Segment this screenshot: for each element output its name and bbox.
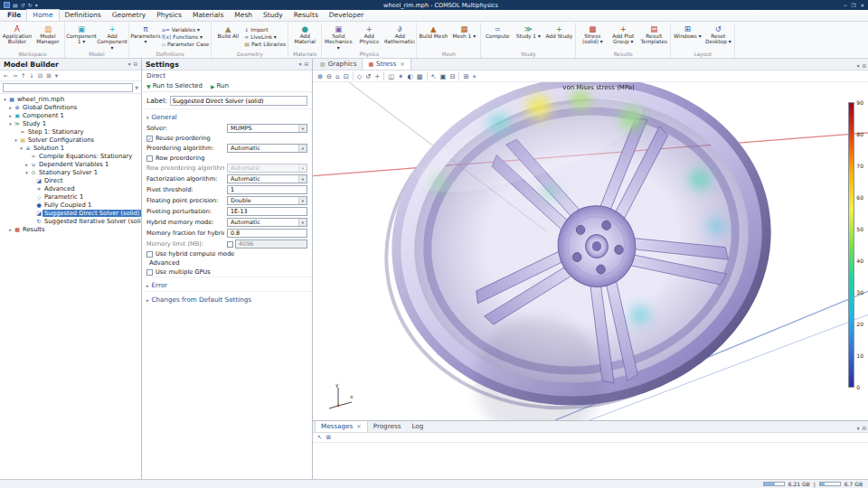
pan-view-icon[interactable]: + [374,71,380,81]
tree-node-step-1-stationary[interactable]: =Step 1: Stationary [0,127,141,136]
zoom-in-icon[interactable]: ⊕ [317,71,323,81]
select-all-icon[interactable]: ↖ [317,433,322,443]
menu-tab-home[interactable]: Home [26,9,59,21]
tree-collapsed-arrow-icon[interactable]: ▸ [7,113,14,118]
row-preordering-checkbox[interactable] [146,155,153,162]
run-to-selected-button[interactable]: ▼Run to Selected [146,82,203,89]
section-header-general[interactable]: ▾General [142,108,312,123]
menu-tab-mesh[interactable]: Mesh [229,10,258,21]
ribbon-add-study-button[interactable]: +Add Study [543,23,574,51]
tree-node-compile-equations-stationary[interactable]: ≈Compile Equations: Stationary [0,152,141,160]
move-down-icon[interactable]: ↓ [29,71,33,80]
solver-select[interactable]: MUMPS▾ [227,124,307,133]
rotate-view-icon[interactable]: ↺ [365,71,371,81]
ribbon-parameters-button[interactable]: πParameters ▾ [130,23,161,51]
tree-node-parametric-1[interactable]: ◇Parametric 1 [0,192,141,201]
image-snapshot-icon[interactable]: ▣ [440,71,447,81]
tree-node-results[interactable]: ▸▩Results [0,225,141,233]
tree-expanded-arrow-icon[interactable]: ▾ [7,121,14,127]
tree-expanded-arrow-icon[interactable]: ▾ [18,145,24,151]
panel-collapse-icon[interactable]: ⊟ [862,62,866,70]
ribbon-stress-solid-button[interactable]: ▩Stress (solid) ▾ [577,23,608,51]
tree-collapsed-arrow-icon[interactable]: ▸ [7,105,14,110]
tree-node-direct[interactable]: ◪Direct [0,176,141,184]
minimize-button[interactable]: ─ [844,2,846,9]
ribbon-result-templates-button[interactable]: ▤Result Templates [638,23,669,51]
ribbon-compute-button[interactable]: =Compute [482,23,513,51]
pivot-threshold-input[interactable] [227,185,307,194]
tree-node-global-definitions[interactable]: ▸⊕Global Definitions [0,103,141,111]
tree-node-stationary-solver-1[interactable]: ▾⊙Stationary Solver 1 [0,168,141,176]
panel-collapse-icon[interactable]: ⊟ [133,61,137,68]
ribbon-add-plot-group-button[interactable]: +Add Plot Group ▾ [608,23,638,51]
select-entities-icon[interactable]: ↖ [431,71,437,81]
filter-funnel-icon[interactable]: ▼ [135,85,138,90]
ribbon-build-mesh-button[interactable]: ▲Build Mesh [418,23,448,51]
tree-node-solver-configurations[interactable]: ▾▤Solver Configurations [0,136,141,144]
menu-tab-study[interactable]: Study [258,10,288,21]
ribbon-add-material-button[interactable]: ●Add Material [289,23,320,51]
collapse-all-icon[interactable]: ⊟ [38,71,42,80]
tab-progress[interactable]: Progress [368,421,407,432]
tree-node-advanced[interactable]: ∗Advanced [0,184,141,192]
close-button[interactable]: ✕ [860,2,864,9]
tree-node-dependent-variables-1[interactable]: ▸uDependent Variables 1 [0,160,141,168]
ribbon-functions-button[interactable]: f(x)Functions ▾ [162,33,209,40]
undo-icon[interactable]: ↺ [21,2,25,8]
show-axes-icon[interactable]: ⌖ [472,71,476,81]
ribbon-part-libraries-button[interactable]: ▤Part Libraries [244,41,286,47]
show-grid-icon[interactable]: ⊞ [463,71,468,81]
factorization-algorithm-select[interactable]: Automatic▾ [227,174,307,183]
panel-collapse-icon[interactable]: ⊟ [862,425,866,432]
tree-collapsed-arrow-icon[interactable]: ▸ [24,162,30,167]
menu-tab-definitions[interactable]: Definitions [60,10,107,21]
ribbon-parameter-case-button[interactable]: ▫Parameter Case [162,41,209,47]
expand-all-icon[interactable]: ⊞ [46,71,51,80]
menu-tab-file[interactable]: File [2,10,26,21]
ribbon-variables-button[interactable]: a=Variables ▾ [162,26,209,33]
tree-expanded-arrow-icon[interactable]: ▾ [13,137,19,143]
tree-node-suggested-direct-solver-solid[interactable]: ◪Suggested Direct Solver (solid) [0,209,141,217]
tree-expanded-arrow-icon[interactable]: ▾ [24,170,30,175]
panel-collapse-icon[interactable]: ⊟ [304,61,308,68]
ribbon-add-mathematics-button[interactable]: ∂Add Mathematics [384,23,415,51]
ribbon-add-component-button[interactable]: +Add Component ▾ [97,23,127,51]
transparency-icon[interactable]: ◐ [408,71,413,81]
tree-node-component-1[interactable]: ▸▣Component 1 [0,111,141,119]
menu-tab-materials[interactable]: Materials [187,10,229,21]
tree-node-suggested-iterative-solver-solid[interactable]: ↻Suggested Iterative Solver (solid) [0,217,141,225]
tree-node-wheel-rim-mph[interactable]: ▾▦wheel_rim.mph [0,95,141,103]
panel-menu-icon[interactable]: ▾ [857,425,860,432]
tab-messages[interactable]: Messages× [315,421,368,432]
tab-stress[interactable]: ▩Stress× [362,59,410,70]
ribbon-application-builder-button[interactable]: AApplication Builder [2,23,33,51]
zoom-box-icon[interactable]: ⊡ [344,71,349,81]
ribbon-livelink-button[interactable]: ∞LiveLink ▾ [244,33,286,40]
tree-expanded-arrow-icon[interactable]: ▾ [2,97,8,102]
copy-text-icon[interactable]: ⊞ [326,433,330,443]
tree-filter-input[interactable] [3,83,133,92]
ribbon-model-manager-button[interactable]: ▥Model Manager [33,23,63,51]
hybrid-memory-mode-select[interactable]: Automatic▾ [227,218,307,227]
go-forward-icon[interactable]: → [12,71,16,80]
tree-node-fully-coupled-1[interactable]: ●Fully Coupled 1 [0,201,141,209]
section-header-changes-from-default-settings[interactable]: ▸Changes from Default Settings [142,291,312,305]
ribbon-study-1-button[interactable]: ≫Study 1 ▾ [513,23,543,51]
menu-tab-geometry[interactable]: Geometry [107,10,151,21]
move-up-icon[interactable]: ↑ [21,71,25,80]
close-tab-icon[interactable]: × [400,61,404,68]
ribbon-mesh-1-button[interactable]: ▦Mesh 1 ▾ [448,23,479,51]
tree-node-study-1[interactable]: ▾≫Study 1 [0,119,141,127]
label-field-input[interactable] [170,96,307,106]
wireframe-rendering-icon[interactable]: ▦ [417,71,423,81]
tab-graphics[interactable]: ▧Graphics [315,59,362,70]
redo-icon[interactable]: ↻ [28,2,33,8]
ribbon-import-button[interactable]: ↓Import [244,26,286,33]
tab-log[interactable]: Log [406,421,429,432]
maximize-button[interactable]: ❐ [851,2,855,9]
tree-node-solution-1[interactable]: ▾≡Solution 1 [0,144,141,152]
preordering-algorithm-select[interactable]: Automatic▾ [227,144,307,153]
reuse-preordering-checkbox[interactable] [146,136,153,142]
customize-quick-access-icon[interactable]: ▾ [35,2,38,8]
menu-tab-results[interactable]: Results [288,10,324,21]
